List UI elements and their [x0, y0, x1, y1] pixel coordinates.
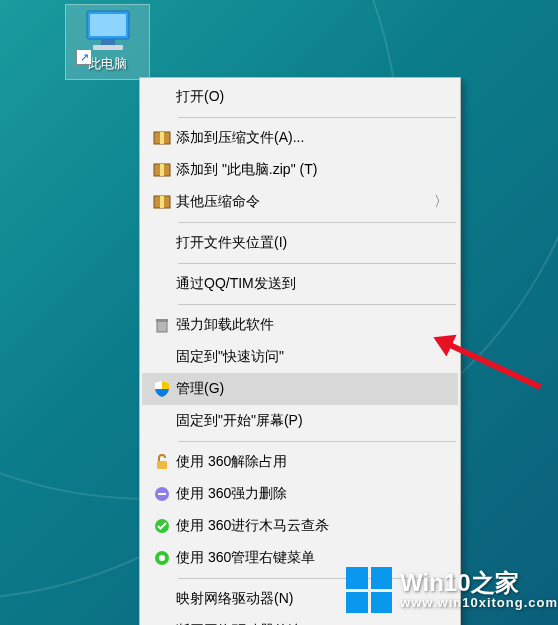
context-menu: 打开(O) 添加到压缩文件(A)... 添加到 "此电脑.zip" (T) 其他… [139, 77, 461, 625]
submenu-arrow-icon: 〉 [434, 193, 448, 211]
watermark-url: www.win10xitong.com [400, 595, 558, 610]
menu-label: 管理(G) [176, 380, 448, 398]
archive-icon [148, 161, 176, 179]
windows-logo-icon [346, 567, 392, 613]
archive-icon [148, 129, 176, 147]
svg-rect-9 [160, 196, 164, 208]
scan-icon [148, 517, 176, 535]
menu-label: 其他压缩命令 [176, 193, 434, 211]
menu-360-delete[interactable]: 使用 360强力删除 [142, 478, 458, 510]
menu-label: 通过QQ/TIM发送到 [176, 275, 448, 293]
menu-add-zip[interactable]: 添加到 "此电脑.zip" (T) [142, 154, 458, 186]
menu-open-location[interactable]: 打开文件夹位置(I) [142, 227, 458, 259]
menu-separator [178, 117, 456, 118]
svg-rect-12 [157, 461, 167, 469]
svg-rect-11 [156, 319, 168, 322]
menu-label: 打开(O) [176, 88, 448, 106]
menu-label: 打开文件夹位置(I) [176, 234, 448, 252]
menu-disconnect-drive[interactable]: 断开网络驱动器的连 [142, 615, 458, 625]
svg-rect-5 [160, 132, 164, 144]
menu-separator [178, 222, 456, 223]
menu-qq-send[interactable]: 通过QQ/TIM发送到 [142, 268, 458, 300]
menu-label: 添加到压缩文件(A)... [176, 129, 448, 147]
shortcut-arrow-icon: ↗ [76, 49, 92, 65]
menu-label: 使用 360解除占用 [176, 453, 448, 471]
svg-rect-7 [160, 164, 164, 176]
settings-icon [148, 549, 176, 567]
menu-360-unlock[interactable]: 使用 360解除占用 [142, 446, 458, 478]
menu-separator [178, 263, 456, 264]
shield-icon [148, 380, 176, 398]
menu-manage[interactable]: 管理(G) [142, 373, 458, 405]
menu-label: 使用 360管理右键菜单 [176, 549, 448, 567]
menu-360-scan[interactable]: 使用 360进行木马云查杀 [142, 510, 458, 542]
trash-icon [148, 316, 176, 334]
svg-rect-2 [101, 39, 115, 45]
svg-rect-14 [158, 493, 166, 495]
menu-label: 使用 360强力删除 [176, 485, 448, 503]
svg-point-17 [159, 555, 165, 561]
unlock-icon [148, 453, 176, 471]
svg-rect-1 [90, 14, 126, 36]
svg-rect-10 [157, 321, 167, 332]
menu-label: 固定到"快速访问" [176, 348, 448, 366]
svg-rect-3 [93, 45, 123, 50]
delete-icon [148, 485, 176, 503]
menu-open[interactable]: 打开(O) [142, 81, 458, 113]
watermark-title: Win10之家 [400, 571, 558, 595]
menu-label: 固定到"开始"屏幕(P) [176, 412, 448, 430]
menu-separator [178, 304, 456, 305]
menu-add-archive[interactable]: 添加到压缩文件(A)... [142, 122, 458, 154]
menu-pin-start[interactable]: 固定到"开始"屏幕(P) [142, 405, 458, 437]
menu-separator [178, 441, 456, 442]
menu-force-uninstall[interactable]: 强力卸载此软件 [142, 309, 458, 341]
menu-label: 添加到 "此电脑.zip" (T) [176, 161, 448, 179]
desktop-icon-this-pc[interactable]: ↗ 此电脑 [65, 4, 150, 80]
menu-label: 使用 360进行木马云查杀 [176, 517, 448, 535]
watermark: Win10之家 www.win10xitong.com [346, 567, 558, 613]
menu-label: 强力卸载此软件 [176, 316, 448, 334]
menu-pin-quick-access[interactable]: 固定到"快速访问" [142, 341, 458, 373]
menu-other-compress[interactable]: 其他压缩命令 〉 [142, 186, 458, 218]
archive-icon [148, 193, 176, 211]
computer-icon [68, 9, 147, 53]
